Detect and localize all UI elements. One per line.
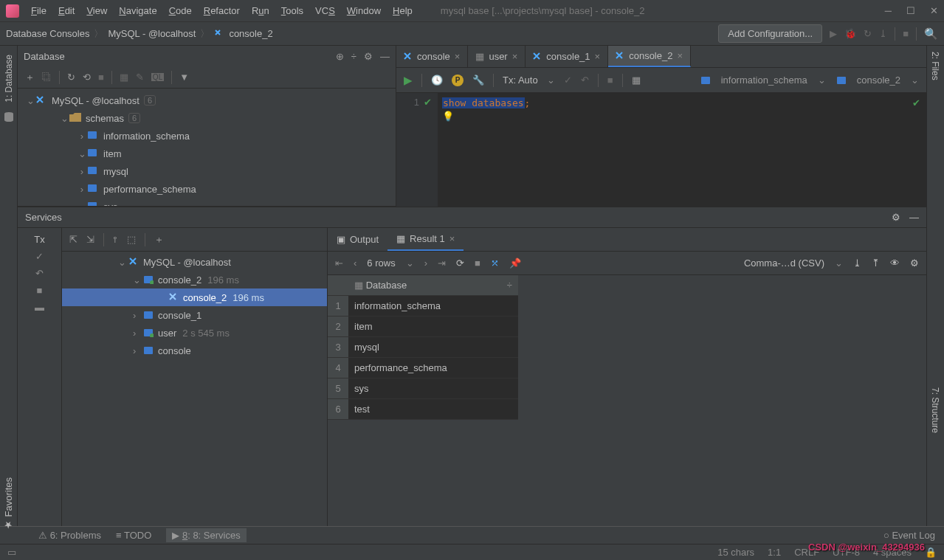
group-icon[interactable]: ⫯	[113, 234, 118, 245]
status-icon[interactable]: ▭	[7, 547, 16, 558]
stop-icon[interactable]: ■	[37, 285, 43, 296]
output-tab[interactable]: ▣Output	[328, 228, 387, 251]
add-configuration-button[interactable]: Add Configuration...	[718, 24, 822, 43]
result-cell[interactable]: performance_schema	[348, 358, 518, 378]
favorites-tool-button[interactable]: ★ Favorites	[3, 477, 14, 530]
editor-tab-console[interactable]: console×	[396, 46, 468, 67]
rollback-icon[interactable]: ↶	[35, 268, 44, 279]
debug-icon[interactable]: 🐞	[844, 28, 856, 39]
result-cell[interactable]: item	[348, 317, 518, 337]
divide-icon[interactable]: ÷	[351, 51, 356, 62]
menu-vcs[interactable]: VCS	[309, 2, 341, 19]
layout-icon[interactable]: ▬	[35, 302, 44, 313]
result-cell[interactable]: test	[348, 399, 518, 420]
add-icon[interactable]: ＋	[154, 233, 164, 246]
result-cell[interactable]: sys	[348, 378, 518, 399]
sync-icon[interactable]: ⟲	[83, 72, 91, 83]
close-tab-icon[interactable]: ×	[455, 51, 461, 62]
files-tool-button[interactable]: 2: Files	[927, 46, 943, 86]
close-icon[interactable]: ✕	[930, 5, 938, 16]
breadcrumb-root[interactable]: Database Consoles	[6, 28, 89, 39]
menu-window[interactable]: Window	[341, 2, 387, 19]
problems-tool-button[interactable]: ⚠ 6: Problems	[38, 530, 101, 541]
filter-icon[interactable]: ▼	[179, 72, 189, 83]
stop-icon[interactable]: ■	[475, 257, 480, 269]
sv-tree-console2-child[interactable]: console_2196 ms	[62, 288, 327, 306]
sv-tree-user[interactable]: ›user2 s 545 ms	[62, 324, 327, 342]
add-icon[interactable]: ＋	[25, 71, 35, 84]
editor-tab-console1[interactable]: console_1×	[526, 46, 608, 67]
sv-tree-root[interactable]: ⌄MySQL - @localhost	[62, 253, 327, 271]
reload-icon[interactable]: ⟳	[456, 257, 464, 269]
tree-datasource[interactable]: ⌄ MySQL - @localhost 6	[18, 91, 396, 109]
last-page-icon[interactable]: ⇥	[438, 257, 446, 269]
result-tab[interactable]: ▦Result 1×	[387, 228, 464, 251]
gear-icon[interactable]: ⚙	[910, 257, 919, 269]
commit-icon[interactable]: ✓	[35, 251, 44, 262]
minimize-icon[interactable]: ─	[885, 5, 892, 16]
menu-view[interactable]: View	[80, 2, 113, 19]
hide-icon[interactable]: —	[380, 51, 390, 62]
prev-page-icon[interactable]: ‹	[354, 257, 356, 269]
compare-icon[interactable]: ⤱	[491, 257, 499, 269]
code-editor[interactable]: 1✔ show databases; 💡 ✔	[396, 93, 926, 207]
todo-tool-button[interactable]: ≡ TODO	[116, 530, 151, 541]
database-tool-button[interactable]: 1: Database	[4, 52, 14, 106]
execute-icon[interactable]: ▶	[404, 74, 413, 87]
refresh-icon[interactable]: ↻	[67, 72, 75, 83]
stop-icon[interactable]: ■	[607, 75, 613, 86]
tree-schema-item[interactable]: ⌄item	[18, 145, 396, 162]
commit-icon[interactable]: ✓	[564, 75, 572, 86]
menu-run[interactable]: Run	[246, 2, 275, 19]
lock-icon[interactable]: 🔒	[925, 547, 937, 558]
pin-icon[interactable]: ⬚	[127, 234, 136, 245]
tree-schemas[interactable]: ⌄ schemas 6	[18, 109, 396, 127]
schema-selector[interactable]: information_schema	[721, 75, 807, 86]
close-tab-icon[interactable]: ×	[677, 50, 683, 61]
table-icon[interactable]: ▦	[120, 72, 128, 83]
gear-icon[interactable]: ⚙	[364, 51, 373, 62]
edit-icon[interactable]: ✎	[136, 72, 144, 83]
view-icon[interactable]: 👁	[890, 257, 900, 269]
export-format-selector[interactable]: Comma-…d (CSV)	[744, 257, 824, 269]
event-log-tool-button[interactable]: ○ Event Log	[883, 530, 935, 541]
menu-refactor[interactable]: Refactor	[198, 2, 246, 19]
expand-all-icon[interactable]: ⇱	[69, 234, 77, 245]
sv-tree-console1[interactable]: ›console_1	[62, 306, 327, 324]
menu-help[interactable]: Help	[387, 2, 418, 19]
column-header[interactable]: ▦ Database÷	[348, 275, 518, 296]
status-pos[interactable]: 1:1	[768, 547, 781, 558]
breadcrumb-db[interactable]: MySQL - @localhost	[108, 28, 196, 39]
services-tool-button[interactable]: ▶ 8: 8: Services	[166, 528, 246, 542]
profile-icon[interactable]: ⤓	[879, 28, 887, 39]
next-page-icon[interactable]: ›	[424, 257, 427, 269]
tx-mode-dropdown[interactable]: Tx: Auto	[503, 75, 538, 86]
view-icon[interactable]: ▦	[632, 75, 641, 86]
search-icon[interactable]: 🔍	[924, 27, 938, 41]
tree-schema-item[interactable]: ›performance_schema	[18, 180, 396, 198]
result-cell[interactable]: information_schema	[348, 296, 518, 317]
history-icon[interactable]: 🕓	[431, 75, 443, 86]
sort-icon[interactable]: ÷	[507, 280, 512, 291]
duplicate-icon[interactable]: ⿻	[42, 72, 52, 83]
tree-schema-item[interactable]: ›sys	[18, 198, 396, 206]
rollback-icon[interactable]: ↶	[581, 75, 589, 86]
sv-tree-console[interactable]: ›console	[62, 342, 327, 359]
upload-icon[interactable]: ⤒	[872, 257, 880, 269]
maximize-icon[interactable]: ☐	[906, 5, 915, 16]
intention-bulb-icon[interactable]: 💡	[442, 111, 454, 122]
console-selector[interactable]: console_2	[857, 75, 900, 86]
download-icon[interactable]: ⤓	[853, 257, 861, 269]
menu-file[interactable]: File	[25, 2, 52, 19]
tree-schema-item[interactable]: ›mysql	[18, 162, 396, 180]
stop-icon[interactable]: ■	[98, 72, 104, 83]
sv-tree-console2[interactable]: ⌄console_2196 ms	[62, 271, 327, 288]
menu-code[interactable]: Code	[163, 2, 198, 19]
tree-schema-item[interactable]: ›information_schema	[18, 127, 396, 145]
first-page-icon[interactable]: ⇤	[335, 257, 343, 269]
hide-icon[interactable]: —	[909, 212, 919, 223]
result-cell[interactable]: mysql	[348, 337, 518, 358]
collapse-all-icon[interactable]: ⇲	[86, 234, 94, 245]
breadcrumb-file[interactable]: console_2	[229, 28, 272, 39]
explain-plan-icon[interactable]: P	[452, 75, 464, 86]
